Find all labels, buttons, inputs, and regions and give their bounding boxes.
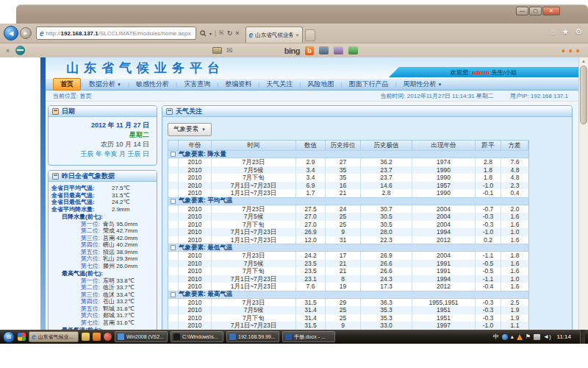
highlighter-icon[interactable]	[334, 46, 343, 54]
table-group-row[interactable]: 气象要素: 平均气温	[168, 197, 528, 205]
network-globe-icon[interactable]	[502, 334, 508, 340]
nav-item-6[interactable]: 风险地图	[301, 79, 340, 90]
media-player-icon[interactable]	[104, 333, 112, 341]
weather-stat: 全省日最高气温:31.5℃	[51, 192, 154, 199]
volume-icon[interactable]: ◄)	[543, 333, 551, 340]
table-cell: 1.6	[501, 213, 528, 221]
current-time-label: 当前时间: 2012年11月27日 11:14:31 星期二	[380, 92, 493, 100]
nav-item-2[interactable]: 敏感性分析	[129, 79, 176, 90]
stop-icon[interactable]: ×	[235, 29, 239, 37]
refresh-icon[interactable]: ↻	[227, 29, 233, 37]
explorer-icon[interactable]	[82, 333, 90, 341]
nav-item-3[interactable]: 灾害查询	[177, 79, 217, 90]
browser-tab[interactable]: e 山东省气候业务平... ×	[245, 26, 303, 43]
table-cell: 1.0	[501, 275, 528, 283]
nav-item-7[interactable]: 图面下行产品	[343, 79, 395, 90]
scrollbar-thumb[interactable]	[580, 66, 587, 124]
launcher-icon[interactable]	[18, 333, 26, 341]
vertical-scrollbar[interactable]: ▲	[578, 57, 588, 330]
collapse-toggle-icon[interactable]	[171, 152, 176, 157]
home-icon[interactable]: ⌂	[551, 27, 556, 37]
pinned-app-icon[interactable]	[93, 333, 101, 341]
taskbar-ie-task[interactable]: e 山东省气候业...	[29, 331, 79, 342]
table-cell: 1.6	[501, 260, 528, 268]
table-cell: 2010	[179, 322, 212, 330]
table-group-row[interactable]: 气象要素: 最高气温	[168, 291, 528, 299]
show-desktop-button[interactable]	[580, 330, 585, 344]
table-cell: 1.6	[501, 283, 528, 291]
table-cell: 2010	[179, 205, 212, 213]
element-filter-button[interactable]: 气象要素 ▼	[168, 123, 212, 136]
taskbar-clock[interactable]: 11:14	[557, 333, 571, 340]
search-icon[interactable]	[200, 30, 207, 37]
table-cell: 1.9	[501, 314, 528, 322]
bing-icon[interactable]: b	[305, 46, 314, 55]
collapse-toggle-icon[interactable]	[171, 292, 176, 297]
nav-item-4[interactable]: 整编资料	[218, 79, 258, 90]
rank-item: 第三位:临沭 33.4℃	[51, 291, 154, 299]
flag-icon[interactable]: ⚑	[526, 333, 531, 340]
taskbar-task-2[interactable]: 192.168.59.99...	[226, 331, 279, 342]
taskbar-task-3[interactable]: 手册.docx - ...	[282, 331, 335, 342]
forward-button[interactable]: ►	[20, 27, 32, 39]
flame-icon[interactable]	[517, 334, 523, 340]
taskbar-task-0[interactable]: Win2008 (VS2...	[115, 331, 168, 342]
input-method-indicator[interactable]: 中	[493, 333, 499, 341]
toolbar-close-icon[interactable]: ×	[6, 47, 10, 54]
tray-expand-icon[interactable]: ▴	[511, 333, 514, 340]
scroll-up-icon[interactable]: ▲	[579, 57, 588, 65]
mail-icon[interactable]: ✉	[226, 46, 232, 54]
ie-icon: e	[32, 333, 36, 341]
gear-icon[interactable]: ⚙	[575, 27, 582, 37]
browser-chrome: ◄ ► e http://192.168.137.1/SLCCLIMATE/mo…	[0, 24, 588, 57]
table-cell: -0.5	[476, 267, 501, 275]
nav-item-1[interactable]: 数据分析▼	[82, 79, 128, 90]
maximize-button[interactable]: ▢	[529, 7, 542, 15]
table-cell: 1951	[412, 306, 476, 314]
table-cell: 9	[326, 322, 361, 330]
webcam-icon[interactable]	[319, 46, 329, 54]
card-icon[interactable]	[212, 47, 222, 54]
table-group-row[interactable]: 气象要素: 最低气温	[168, 244, 528, 252]
table-row: 20101月1日~7月23日1.7212.81990-0.10.4	[168, 189, 528, 197]
minimize-button[interactable]: —	[516, 7, 528, 15]
nav-item-8[interactable]: 周期性分析▼	[397, 79, 449, 90]
toolbar-overflow-icon[interactable]: ● ● ●	[562, 47, 581, 54]
task-app-icon	[118, 333, 124, 340]
table-cell: -0.7	[476, 205, 501, 213]
collapse-toggle-icon[interactable]	[171, 199, 176, 204]
search-dropdown-icon[interactable]: ▾	[209, 31, 212, 36]
table-cell: -0.3	[476, 299, 501, 307]
addon-icon[interactable]	[348, 46, 358, 54]
start-button[interactable]: ⊞	[3, 331, 15, 343]
table-cell	[168, 260, 179, 268]
table-cell: 2010	[179, 158, 212, 166]
column-header: 方差	[501, 141, 528, 150]
table-cell: 2010	[179, 260, 212, 268]
table-row: 20107月5候23.52126.61991-0.51.6	[168, 260, 528, 268]
back-button[interactable]: ◄	[4, 26, 18, 40]
nav-item-5[interactable]: 天气关注	[259, 79, 299, 90]
background-window-titlebar: — ▢ ✕	[16, 4, 588, 24]
nav-item-0[interactable]: 首页	[53, 78, 81, 91]
table-cell: 0.4	[501, 189, 528, 197]
taskbar-task-1[interactable]: C:\Windows\s...	[171, 331, 223, 342]
blocker-logo-icon[interactable]	[15, 46, 25, 55]
weather-stat: 全省平均降水量:2.9mm	[51, 206, 154, 213]
tab-close-icon[interactable]: ×	[295, 32, 299, 38]
new-tab-button[interactable]	[305, 29, 315, 41]
table-group-row[interactable]: 气象要素: 降水量	[168, 150, 528, 158]
table-cell: 2.3	[501, 182, 528, 190]
collapse-toggle-icon[interactable]	[171, 245, 176, 250]
table-cell: 1月1日~7月23日	[212, 236, 296, 244]
favorites-star-icon[interactable]: ★	[562, 27, 569, 37]
rank-item: 第五位:招远 38.9mm	[51, 249, 154, 256]
compat-view-icon[interactable]: ⎘	[219, 29, 223, 37]
welcome-ribbon: 欢迎您: admin 先生/小姐	[389, 67, 578, 77]
close-button[interactable]: ✕	[542, 7, 560, 15]
bing-logo[interactable]: bing	[284, 46, 300, 55]
display-icon[interactable]	[534, 334, 540, 340]
table-cell: 0.2	[476, 236, 501, 244]
table-cell: 22.3	[361, 236, 412, 244]
address-bar[interactable]: e http://192.168.137.1/SLCCLIMATE/module…	[36, 26, 196, 40]
